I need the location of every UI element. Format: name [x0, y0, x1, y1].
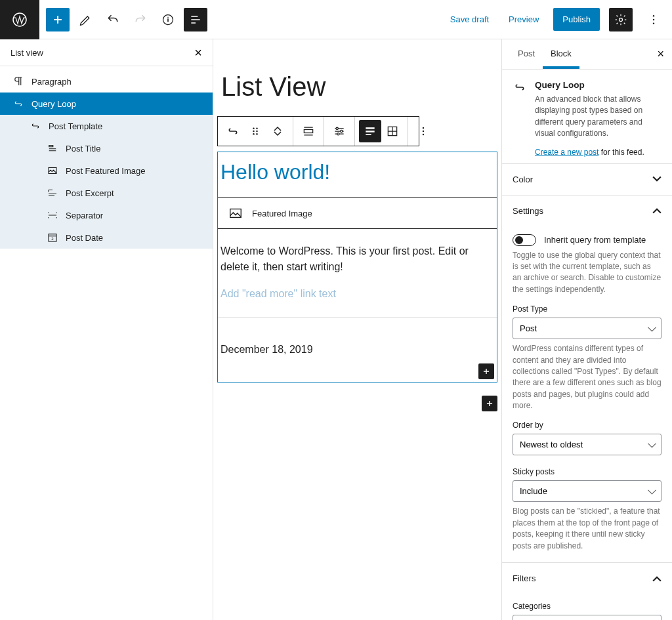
- settings-sidebar: Post Block × Query Loop An advanced bloc…: [501, 39, 672, 620]
- preview-button[interactable]: Preview: [503, 9, 544, 30]
- svg-point-23: [423, 127, 425, 129]
- svg-point-24: [423, 131, 425, 133]
- chevron-up-icon: [652, 206, 662, 215]
- order-by-label: Order by: [513, 421, 662, 430]
- featured-image-icon: [228, 206, 243, 220]
- svg-point-3: [653, 14, 655, 16]
- loop-icon: [29, 120, 42, 132]
- svg-point-17: [341, 130, 343, 132]
- undo-button[interactable]: [101, 8, 125, 31]
- list-view-item[interactable]: Post Featured Image: [0, 159, 213, 182]
- post-date[interactable]: December 18, 2019: [218, 321, 497, 382]
- separator: [218, 317, 497, 318]
- grid-layout-button[interactable]: [381, 120, 404, 142]
- publish-button[interactable]: Publish: [553, 8, 600, 31]
- list-view-item[interactable]: Post Title: [0, 137, 213, 159]
- editor-canvas: List View: [213, 39, 501, 620]
- panel-settings-label: Settings: [513, 206, 543, 216]
- add-block-button[interactable]: [46, 8, 70, 31]
- featured-image-placeholder[interactable]: Featured Image: [218, 197, 497, 229]
- query-loop-block[interactable]: Hello world! Featured Image Welcome to W…: [217, 152, 497, 382]
- svg-point-14: [256, 133, 258, 135]
- move-updown-icon[interactable]: [266, 120, 289, 142]
- list-view-item-label: Post Title: [66, 144, 100, 154]
- list-view-item-label: Post Featured Image: [66, 166, 145, 176]
- tab-block[interactable]: Block: [543, 39, 579, 69]
- top-toolbar: Save draft Preview Publish: [0, 0, 672, 39]
- list-view-panel: List view × ParagraphQuery LoopPost Temp…: [0, 39, 213, 620]
- sticky-label: Sticky posts: [513, 467, 662, 476]
- post-type-label: Post Type: [513, 304, 662, 314]
- block-description: An advanced block that allows displaying…: [535, 94, 662, 140]
- align-button[interactable]: [297, 120, 320, 142]
- svg-rect-26: [230, 209, 242, 218]
- list-view-item[interactable]: Post Template: [0, 115, 213, 137]
- order-by-select[interactable]: Newest to oldest: [513, 434, 662, 455]
- redo-button[interactable]: [129, 8, 152, 31]
- post-type-select[interactable]: Post: [513, 318, 662, 339]
- panel-settings[interactable]: Settings: [502, 196, 672, 226]
- block-appender-outer[interactable]: [482, 396, 497, 411]
- list-view-item-label: Query Loop: [32, 99, 76, 109]
- create-post-suffix: for this feed.: [598, 148, 644, 157]
- loop-icon: [513, 80, 527, 157]
- svg-point-4: [653, 18, 655, 20]
- post-excerpt[interactable]: Welcome to WordPress. This is your first…: [218, 229, 497, 281]
- list-view-item-label: Post Date: [66, 233, 103, 243]
- svg-point-12: [256, 131, 258, 133]
- featured-image-label: Featured Image: [252, 209, 312, 218]
- chevron-up-icon: [652, 574, 662, 583]
- paragraph-icon: [12, 75, 25, 87]
- chevron-down-icon: [652, 175, 662, 184]
- list-view-item[interactable]: Query Loop: [0, 93, 213, 115]
- svg-point-2: [620, 18, 623, 21]
- list-view-toggle[interactable]: [184, 8, 207, 31]
- list-view-item[interactable]: Separator: [0, 204, 213, 226]
- post-title[interactable]: Hello world!: [218, 152, 497, 197]
- inherit-help: Toggle to use the global query context t…: [513, 250, 662, 296]
- list-view-close[interactable]: ×: [194, 46, 202, 59]
- list-layout-button[interactable]: [359, 120, 381, 142]
- block-type-icon[interactable]: [222, 120, 244, 142]
- svg-point-10: [256, 128, 258, 130]
- svg-rect-20: [366, 131, 374, 133]
- create-post-link[interactable]: Create a new post: [535, 148, 598, 157]
- page-title[interactable]: List View: [217, 59, 501, 116]
- list-view-item[interactable]: Paragraph: [0, 70, 213, 93]
- panel-filters-label: Filters: [513, 573, 536, 583]
- sidebar-close[interactable]: ×: [657, 47, 664, 61]
- list-view-item[interactable]: Post Excerpt: [0, 182, 213, 204]
- post-type-help: WordPress contains different types of co…: [513, 343, 662, 411]
- tab-post[interactable]: Post: [510, 39, 543, 69]
- list-view-item-label: Separator: [66, 211, 103, 220]
- more-menu-button[interactable]: [642, 8, 665, 31]
- list-view-item-label: Post Excerpt: [66, 188, 114, 198]
- settings-button[interactable]: [609, 8, 633, 31]
- excerpt-icon: [46, 187, 59, 199]
- read-more-placeholder[interactable]: Add "read more" link text: [218, 281, 497, 313]
- inherit-label: Inherit query from template: [544, 235, 646, 245]
- block-toolbar: [217, 116, 419, 146]
- svg-point-9: [253, 128, 255, 130]
- svg-rect-19: [366, 127, 374, 129]
- list-view-item[interactable]: 2Post Date: [0, 226, 213, 249]
- drag-handle-icon[interactable]: [244, 120, 266, 142]
- list-view-title: List view: [10, 48, 43, 58]
- save-draft-button[interactable]: Save draft: [445, 9, 494, 30]
- query-settings-icon[interactable]: [328, 120, 350, 142]
- wp-logo[interactable]: [0, 0, 39, 39]
- svg-point-18: [337, 133, 339, 135]
- categories-input[interactable]: [513, 615, 662, 620]
- edit-mode-button[interactable]: [74, 8, 97, 31]
- panel-filters[interactable]: Filters: [502, 563, 672, 594]
- panel-color[interactable]: Color: [502, 164, 672, 196]
- info-button[interactable]: [156, 8, 180, 31]
- inherit-toggle[interactable]: [513, 234, 536, 246]
- block-appender-inner[interactable]: [478, 363, 494, 379]
- featured-image-icon: [46, 165, 59, 176]
- sticky-select[interactable]: Include: [513, 480, 662, 502]
- block-more-button[interactable]: [412, 120, 434, 142]
- panel-color-label: Color: [513, 175, 533, 184]
- separator-icon: [46, 209, 59, 221]
- date-icon: 2: [46, 232, 59, 243]
